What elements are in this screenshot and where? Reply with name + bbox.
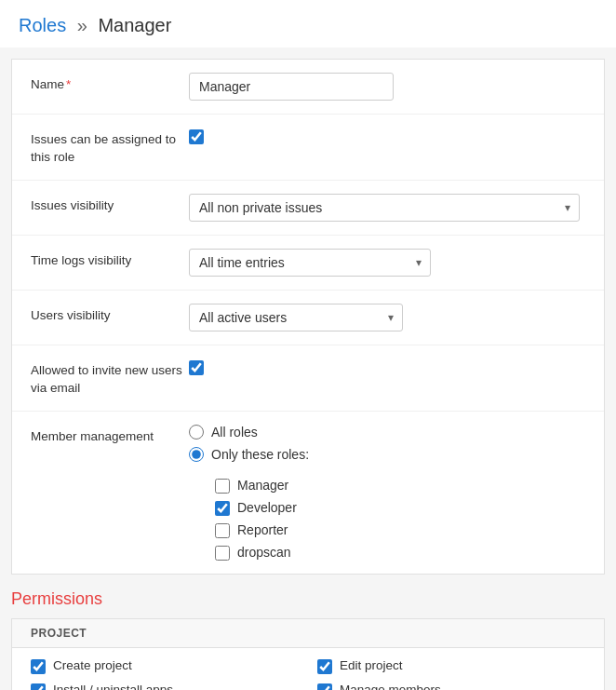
issues-assigned-row: Issues can be assigned to this role [12,115,604,181]
perm-edit-project-checkbox[interactable] [317,659,332,674]
users-visibility-label: Users visibility [31,304,189,325]
member-management-radio-group: All roles Only these roles: Manager Deve… [189,425,585,561]
role-manager-label[interactable]: Manager [237,478,288,493]
breadcrumb-separator: » [77,15,87,35]
role-developer-checkbox[interactable] [215,501,230,516]
time-logs-row: Time logs visibility All time entries Ow… [12,236,604,291]
name-label: Name* [31,73,189,94]
users-visibility-select[interactable]: All active users Members of visible proj… [189,304,403,331]
member-management-row: Member management All roles Only these r… [12,412,604,574]
role-reporter-option: Reporter [215,521,585,538]
perm-manage-members-checkbox[interactable] [317,683,332,690]
role-developer-option: Developer [215,499,585,516]
perm-create-project-label[interactable]: Create project [53,658,132,672]
role-manager-option: Manager [215,477,585,494]
issues-assigned-checkbox[interactable] [189,129,204,144]
role-reporter-checkbox[interactable] [215,523,230,538]
all-roles-label[interactable]: All roles [211,425,258,440]
users-visibility-row: Users visibility All active users Member… [12,291,604,345]
users-visibility-wrap: All active users Members of visible proj… [189,304,585,331]
role-dropscan-checkbox[interactable] [215,546,230,561]
perm-create-project: Create project [31,657,299,674]
permissions-card: PROJECT Create project Edit project Inst… [11,618,605,690]
all-roles-radio[interactable] [189,425,204,440]
perm-edit-project-label[interactable]: Edit project [340,658,403,672]
invite-wrap [189,359,585,378]
member-management-label: Member management [31,425,189,446]
only-these-roles-option: Only these roles: [189,447,585,462]
role-reporter-label[interactable]: Reporter [237,522,288,537]
issues-visibility-select[interactable]: All non private issues All issues No iss… [189,194,580,222]
project-permissions-grid: Create project Edit project Install / un… [12,648,604,690]
users-visibility-select-wrap: All active users Members of visible proj… [189,304,403,331]
breadcrumb-current: Manager [98,15,171,35]
issues-visibility-select-wrap: All non private issues All issues No iss… [189,194,580,222]
perm-install-apps-label[interactable]: Install / uninstall apps [53,683,173,690]
role-developer-label[interactable]: Developer [237,500,297,515]
invite-label: Allowed to invite new users via email [31,359,189,398]
breadcrumb: Roles » Manager [19,15,597,36]
time-logs-label: Time logs visibility [31,249,189,270]
issues-visibility-row: Issues visibility All non private issues… [12,181,604,236]
issues-assigned-label: Issues can be assigned to this role [31,128,189,167]
issues-assigned-wrap [189,128,585,147]
perm-manage-members: Manage members [317,682,585,690]
invite-checkbox[interactable] [189,360,204,375]
all-roles-option: All roles [189,425,585,440]
role-manager-checkbox[interactable] [215,479,230,494]
time-logs-select[interactable]: All time entries Own time entries No tim… [189,249,431,277]
roles-sub-checkboxes: Manager Developer Reporter dropscan [215,477,585,561]
perm-install-apps-checkbox[interactable] [31,683,46,690]
invite-row: Allowed to invite new users via email [12,345,604,412]
project-group-title: PROJECT [12,619,604,648]
only-these-roles-label[interactable]: Only these roles: [211,447,309,462]
only-these-roles-radio[interactable] [189,447,204,462]
role-form: Name* Issues can be assigned to this rol… [11,59,605,575]
perm-manage-members-label[interactable]: Manage members [340,683,441,690]
name-field-wrap [189,73,585,101]
time-logs-select-wrap: All time entries Own time entries No tim… [189,249,431,277]
member-management-wrap: All roles Only these roles: Manager Deve… [189,425,585,561]
page-header: Roles » Manager [0,0,616,47]
time-logs-wrap: All time entries Own time entries No tim… [189,249,585,277]
role-dropscan-option: dropscan [215,544,585,561]
issues-visibility-label: Issues visibility [31,194,189,215]
name-input[interactable] [189,73,394,101]
roles-link[interactable]: Roles [19,15,66,35]
permissions-section: Permissions PROJECT Create project Edit … [11,575,605,690]
name-row: Name* [12,60,604,115]
issues-visibility-wrap: All non private issues All issues No iss… [189,194,585,222]
role-dropscan-label[interactable]: dropscan [237,545,291,560]
perm-create-project-checkbox[interactable] [31,659,46,674]
perm-edit-project: Edit project [317,657,585,674]
perm-install-apps: Install / uninstall apps [31,682,299,690]
permissions-title: Permissions [11,575,605,618]
